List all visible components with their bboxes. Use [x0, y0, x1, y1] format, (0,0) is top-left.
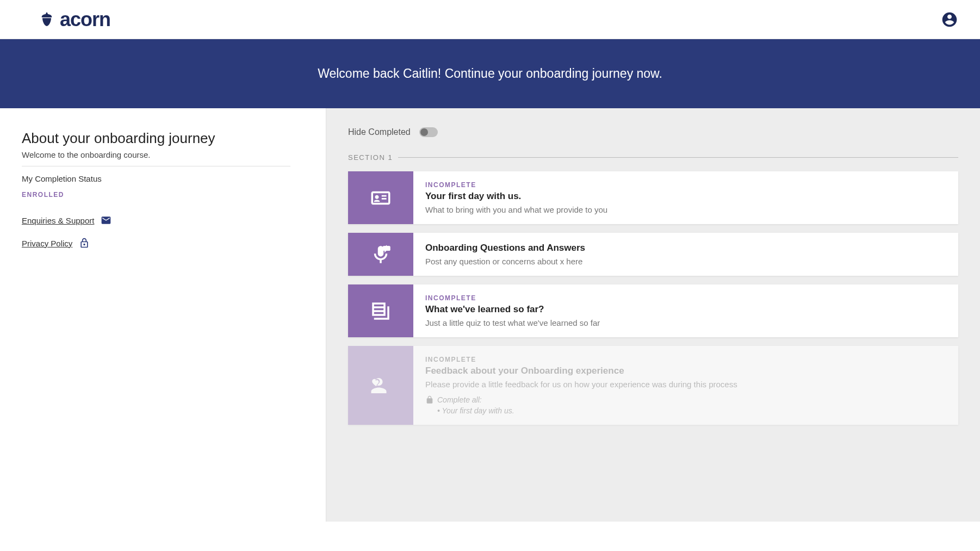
completion-status-label: My Completion Status [22, 174, 290, 183]
main-content: Hide Completed SECTION 1 INCOMPLETE Your… [326, 108, 980, 522]
card-body: Onboarding Questions and Answers Post an… [413, 233, 958, 276]
course-card-qa[interactable]: Onboarding Questions and Answers Post an… [348, 233, 958, 276]
acorn-icon [38, 11, 55, 28]
toggle-knob [420, 128, 428, 136]
lock-requirement-row: Complete all: [425, 395, 946, 404]
card-status: INCOMPLETE [425, 181, 946, 189]
card-icon-badge [348, 284, 413, 337]
card-icon-badge [348, 233, 413, 276]
section-label: SECTION 1 [348, 153, 393, 162]
card-description: Please provide a little feedback for us … [425, 380, 946, 389]
enrollment-status: ENROLLED [22, 191, 290, 199]
sidebar-subtitle: Welcome to the onboarding course. [22, 150, 290, 166]
quiz-papers-icon [369, 300, 392, 323]
card-description: Just a little quiz to test what we've le… [425, 318, 946, 327]
hide-completed-row: Hide Completed [348, 127, 958, 137]
card-status: INCOMPLETE [425, 356, 946, 363]
mail-icon [101, 215, 111, 226]
content-area: About your onboarding journey Welcome to… [0, 108, 980, 522]
lock-icon [79, 238, 90, 249]
lock-requirement-label: Complete all: [437, 395, 482, 404]
sidebar: About your onboarding journey Welcome to… [0, 108, 326, 522]
course-card-feedback-locked: INCOMPLETE Feedback about your Onboardin… [348, 346, 958, 425]
card-icon-badge [348, 171, 413, 224]
course-card-quiz[interactable]: INCOMPLETE What we've learned so far? Ju… [348, 284, 958, 337]
feedback-heart-person-icon [369, 374, 392, 397]
card-body: INCOMPLETE Your first day with us. What … [413, 171, 958, 224]
section-divider [398, 157, 958, 158]
section-header: SECTION 1 [348, 153, 958, 162]
card-icon-badge [348, 346, 413, 425]
card-body: INCOMPLETE What we've learned so far? Ju… [413, 284, 958, 337]
enquiries-support-link[interactable]: Enquiries & Support [22, 216, 94, 225]
sidebar-title: About your onboarding journey [22, 130, 290, 147]
card-status: INCOMPLETE [425, 294, 946, 302]
enquiries-support-link-row: Enquiries & Support [22, 215, 290, 226]
card-title: Your first day with us. [425, 191, 946, 202]
card-body: INCOMPLETE Feedback about your Onboardin… [413, 346, 958, 425]
card-description: What to bring with you and what we provi… [425, 205, 946, 214]
hide-completed-toggle[interactable] [419, 127, 438, 137]
id-card-icon [369, 187, 392, 209]
lock-icon [425, 395, 434, 404]
privacy-policy-link[interactable]: Privacy Policy [22, 239, 72, 248]
lock-requirement-item: • Your first day with us. [437, 406, 946, 415]
hide-completed-label: Hide Completed [348, 127, 411, 137]
mic-chat-icon [369, 243, 392, 266]
course-card-first-day[interactable]: INCOMPLETE Your first day with us. What … [348, 171, 958, 224]
brand-logo[interactable]: acorn [38, 8, 110, 31]
brand-name: acorn [60, 8, 110, 31]
banner-text: Welcome back Caitlin! Continue your onbo… [318, 66, 662, 81]
card-description: Post any question or concerns about x he… [425, 257, 946, 266]
card-title: What we've learned so far? [425, 304, 946, 315]
card-title: Feedback about your Onboarding experienc… [425, 366, 946, 376]
privacy-policy-link-row: Privacy Policy [22, 238, 290, 249]
app-header: acorn [0, 0, 980, 39]
card-title: Onboarding Questions and Answers [425, 243, 946, 253]
welcome-banner: Welcome back Caitlin! Continue your onbo… [0, 39, 980, 108]
user-profile-icon[interactable] [941, 11, 958, 28]
